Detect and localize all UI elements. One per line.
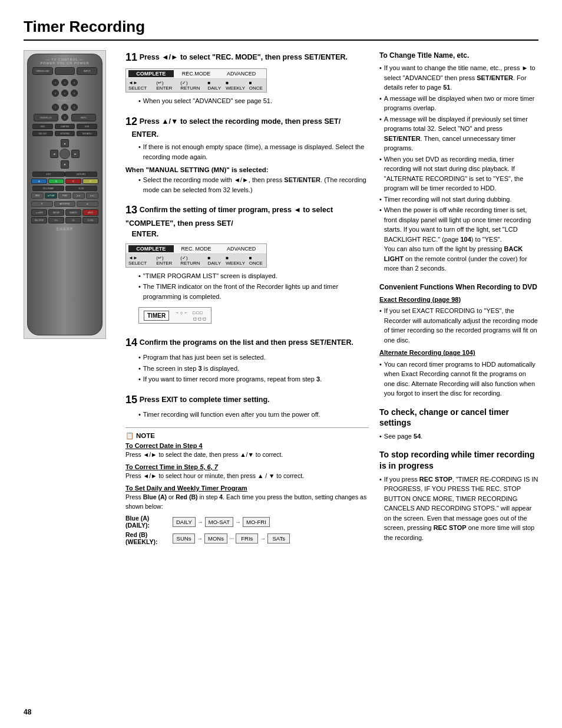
exact-recording-bullet: • If you set EXACT RECORDING to "YES", t… [379,306,538,345]
step-11-body: • When you select "ADVANCED" see page 51… [138,96,369,106]
blue-a-sequence: DAILY → MO-SAT → MO-FRI [173,517,270,527]
stop-section-title: To stop recording while timer recording … [379,449,538,470]
remote-btn-hdd: HDD [32,124,53,129]
remote-dpad-up: ▲ [61,139,69,147]
screen-weekly-2: ■ WEEKLY [226,255,245,266]
remote-btn-cs: CS [65,217,81,223]
screen-once-1: ■ ONCE [249,80,264,91]
seq-box-daily: DAILY [173,517,196,527]
step-13-bullet-1: • "TIMER PROGRAM LIST" screen is display… [138,271,369,281]
change-title-text-3: A message will be displayed if previousl… [384,114,538,153]
press-text: Press [125,451,141,458]
change-title-bullet-2: • A message will be displayed when two o… [379,94,538,113]
step-14-bullet-text-2: The screen in step 3 is displayed. [143,364,239,374]
timer-dots: → ○ ← □ □ □ ◻ ◻ ◻ [175,309,206,321]
change-title-bullet-6: • When the power is off while recording … [379,205,538,274]
seq-arrow-4: ··· [229,535,234,542]
remote-still-slow: STILLFRAME SLOW [28,185,102,192]
screen-once-2: ■ ONCE [249,255,264,266]
screen-diagram-2: COMPLETE REC. MODE ADVANCED ◄► SELECT (↵… [125,243,267,268]
step-15-number: 15 [125,394,137,406]
note-section-daily-title: To Set Daily and Weekly Timer Program [125,485,369,492]
remote-btn-rec-stop: REC STOP [31,217,47,223]
step-11-bullet-1: • When you select "ADVANCED" see page 51… [138,96,369,106]
stop-section-bullet: • If you press REC STOP, "TIMER RE-CORDI… [379,475,538,543]
step-15-bullet-text-1: Timer recording will function even after… [143,410,320,420]
remote-btn-yellow: D [82,179,98,184]
step-13-header: 13 Confirm the setting of timer program,… [125,203,369,239]
change-title-text-4: When you set DVD as recording media, tim… [384,154,538,193]
seq-arrow-1: → [197,519,204,525]
step-15-body: • Timer recording will function even aft… [138,410,369,420]
title-divider [24,39,538,41]
bullet-dot-14-2: • [138,364,141,374]
screen-diagram-1: COMPLETE REC.MODE ADVANCED ◄► SELECT (↵)… [125,68,267,93]
remote-btn-search: SEARCH [65,209,81,216]
check-section-title: To check, change or cancel timer setting… [379,407,538,428]
main-layout: — TV CONTROL —POWER VOL CH POWER OPEN/CL… [24,50,538,551]
step-12-number: 12 [125,116,137,127]
remote-btn-rev: REV [31,193,44,199]
note-label: NOTE [136,432,155,439]
screen-cell-complete-1: COMPLETE [128,70,174,77]
remote-btn-3: 3 [71,79,78,86]
seq-box-suns: SUNs [173,533,195,543]
step-15-bullet-1: • Timer recording will function even aft… [138,410,369,420]
when-selected-bullet: • Select the recording mode with ◄/►, th… [138,175,369,195]
check-section: To check, change or cancel timer setting… [379,407,538,442]
remote-btn-stillframe: STILLFRAME [32,186,64,191]
page-number: 48 [24,708,31,716]
step-12-bullet-1: • If there is not enough empty space (ti… [138,142,369,162]
change-title-text-1: If you want to change the title name, et… [384,63,538,93]
left-column: — TV CONTROL —POWER VOL CH POWER OPEN/CL… [24,50,115,551]
step-12-body: • If there is not enough empty space (ti… [138,142,369,162]
remote-dpad-center [59,149,70,159]
remote-btn-enter: ENTER/+10 [34,114,58,121]
note-section-date: To Correct Date in Step 4 Press ◄/► to s… [125,442,369,460]
when-selected-box: When "MANUAL SETTING (MN)" is selected: … [125,166,369,195]
timer-display-area: TIMER → ○ ← □ □ □ ◻ ◻ ◻ [138,304,369,327]
page-title: Timer Recording [24,18,538,36]
bullet-dot-er: • [379,306,382,345]
right-column: To Change Title Name, etc. • If you want… [379,50,538,551]
change-title-bullet-5: • Timer recording will not start during … [379,195,538,205]
screen-cell-advanced-2: ADVANCED [219,245,264,252]
remote-control-image: — TV CONTROL —POWER VOL CH POWER OPEN/CL… [24,50,106,339]
remote-btn-9: 9 [71,104,78,111]
blue-a-row: Blue (A)(DAILY): DAILY → MO-SAT → MO-FRI [125,515,369,529]
remote-btn-play: ►PLAY [45,193,57,199]
change-title-text-5: Timer recording will not start during du… [384,195,512,205]
check-section-text: See page 54. [384,431,422,442]
when-selected-body: • Select the recording mode with ◄/►, th… [138,175,369,195]
remote-btn-red: C [65,179,81,184]
remote-exit-return: EXIT RETURN [28,171,102,177]
note-section-daily: To Set Daily and Weekly Timer Program Pr… [125,485,369,512]
step-13-number: 13 [125,204,137,216]
bullet-dot-ar: • [379,360,382,398]
remote-btn-skip-plus: SKIP/+ [71,114,96,121]
timer-indicators: → ○ ← □ □ □ ◻ ◻ ◻ [175,311,206,321]
remote-number-row3: 7 8 9 [28,102,102,113]
screen-cell-recmode-1: REC.MODE [174,70,219,77]
change-title-text-2: A message will be displayed when two or … [384,94,538,113]
bullet-dot-cs: • [379,431,382,442]
remote-btn-setup: SETUP/MN [55,131,75,136]
bullet-dot-ct-2: • [379,94,382,113]
step-12-bullet-text-1: If there is not enough empty space (time… [143,142,369,162]
middle-column: 11 Press ◄/► to select "REC. MODE", then… [125,50,369,551]
remote-btn-pause: II [31,201,53,207]
seq-arrow-5: → [259,535,266,542]
sequence-table: Blue (A)(DAILY): DAILY → MO-SAT → MO-FRI… [125,515,369,545]
remote-btn-2: 2 [61,79,68,86]
remote-btn-rec-list: REC LIST [32,131,53,136]
step-13-bullet-2: • The TIMER indicator on the front of th… [138,282,369,301]
page-container: Timer Recording — TV CONTROL —POWER VOL … [0,0,562,568]
exact-recording-title: Exact Recording (page 98) [379,295,538,305]
alt-recording-bullet: • You can record timer programs to HDD a… [379,360,538,398]
screen-select-row-1: ◄► SELECT (↵) ENTER (✓) RETURN ■ DAILY ■… [126,79,266,92]
remote-btn-input: INPUT [77,67,97,75]
step-14-bullet-3: • If you want to timer record more progr… [138,374,369,384]
remote-btn-slow: SLOW [65,186,97,191]
remote-btn-replay: REPLAY [48,209,64,216]
change-title-bullet-4: • When you set DVD as recording media, t… [379,154,538,193]
